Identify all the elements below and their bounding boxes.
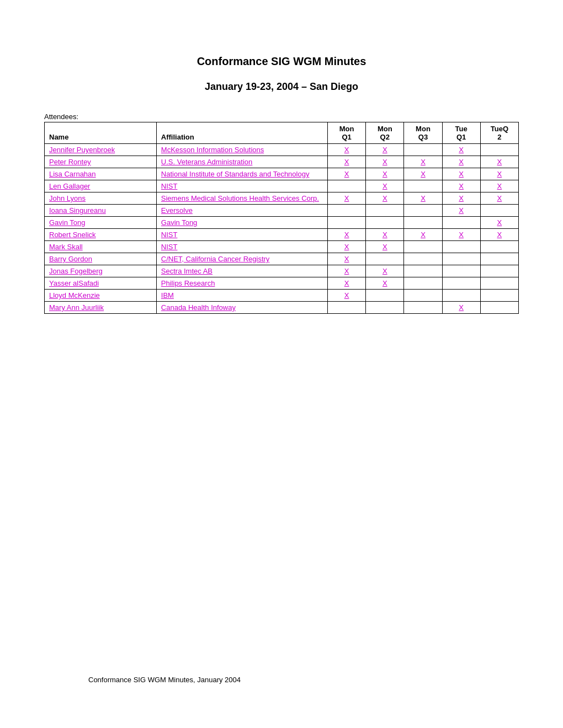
cell-monq1 (328, 217, 366, 229)
page-subtitle: January 19-23, 2004 – San Diego (44, 81, 519, 93)
cell-name: Robert Snelick (45, 229, 157, 241)
cell-tueq1: X (442, 180, 480, 192)
affiliation-link[interactable]: Philips Research (161, 279, 215, 287)
affiliation-link[interactable]: U.S. Veterans Administration (161, 158, 252, 166)
cell-monq1: X (328, 229, 366, 241)
cell-tueq2 (480, 290, 518, 302)
name-link[interactable]: John Lyons (49, 194, 86, 202)
cell-affiliation: NIST (156, 180, 327, 192)
affiliation-link[interactable]: Eversolve (161, 206, 193, 215)
cell-monq3 (404, 180, 442, 192)
name-link[interactable]: Mark Skall (49, 243, 83, 251)
affiliation-link[interactable]: Canada Health Infoway (161, 303, 236, 312)
cell-tueq1 (442, 277, 480, 290)
cell-name: Gavin Tong (45, 217, 157, 229)
cell-monq2: X (366, 277, 404, 290)
cell-monq1 (328, 180, 366, 192)
name-link[interactable]: Len Gallager (49, 182, 90, 190)
affiliation-link[interactable]: NIST (161, 243, 178, 251)
cell-monq2: X (366, 265, 404, 277)
col-header-monq2: MonQ2 (366, 122, 404, 144)
cell-monq2 (366, 253, 404, 265)
name-link[interactable]: Lisa Carnahan (49, 170, 96, 178)
cell-monq2 (366, 205, 404, 217)
cell-affiliation: IBM (156, 290, 327, 302)
cell-affiliation: Siemens Medical Solutions Health Service… (156, 192, 327, 205)
cell-tueq2: X (480, 180, 518, 192)
cell-tueq2: X (480, 156, 518, 168)
affiliation-link[interactable]: IBM (161, 291, 174, 299)
name-link[interactable]: Ioana Singureanu (49, 206, 106, 215)
cell-name: Len Gallager (45, 180, 157, 192)
name-link[interactable]: Mary Ann Juurliik (49, 303, 104, 312)
cell-tueq2: X (480, 192, 518, 205)
cell-monq3 (404, 205, 442, 217)
table-row: Peter RonteyU.S. Veterans Administration… (45, 156, 519, 168)
cell-monq3: X (404, 229, 442, 241)
name-link[interactable]: Lloyd McKenzie (49, 291, 100, 299)
affiliation-link[interactable]: McKesson Information Solutions (161, 146, 264, 154)
cell-monq3: X (404, 192, 442, 205)
name-link[interactable]: Robert Snelick (49, 231, 96, 239)
table-row: Jonas FogelbergSectra Imtec ABXX (45, 265, 519, 277)
cell-tueq2: X (480, 217, 518, 229)
cell-tueq2: X (480, 229, 518, 241)
name-link[interactable]: Peter Rontey (49, 158, 91, 166)
cell-name: Jonas Fogelberg (45, 265, 157, 277)
name-link[interactable]: Jennifer Puyenbroek (49, 146, 115, 154)
cell-name: John Lyons (45, 192, 157, 205)
cell-tueq1: X (442, 192, 480, 205)
cell-name: Mary Ann Juurliik (45, 302, 157, 314)
footer-text: Conformance SIG WGM Minutes, January 200… (88, 676, 241, 684)
affiliation-link[interactable]: National Institute of Standards and Tech… (161, 170, 310, 178)
table-row: Barry GordonC/NET, California Cancer Reg… (45, 253, 519, 265)
cell-affiliation: C/NET, California Cancer Registry (156, 253, 327, 265)
cell-tueq2 (480, 241, 518, 253)
cell-monq1 (328, 302, 366, 314)
cell-name: Yasser alSafadi (45, 277, 157, 290)
affiliation-link[interactable]: Gavin Tong (161, 218, 198, 227)
cell-affiliation: Gavin Tong (156, 217, 327, 229)
cell-tueq2: X (480, 168, 518, 180)
table-row: Mark SkallNISTXX (45, 241, 519, 253)
cell-monq3: X (404, 156, 442, 168)
col-header-name: Name (45, 122, 157, 144)
cell-name: Peter Rontey (45, 156, 157, 168)
table-row: Mary Ann JuurliikCanada Health InfowayX (45, 302, 519, 314)
name-link[interactable]: Yasser alSafadi (49, 279, 99, 287)
cell-name: Lloyd McKenzie (45, 290, 157, 302)
table-row: Robert SnelickNISTXXXXX (45, 229, 519, 241)
cell-affiliation: Philips Research (156, 277, 327, 290)
cell-tueq1 (442, 290, 480, 302)
name-link[interactable]: Barry Gordon (49, 255, 92, 263)
cell-monq2 (366, 302, 404, 314)
name-link[interactable]: Gavin Tong (49, 218, 86, 227)
cell-tueq2 (480, 265, 518, 277)
cell-monq3 (404, 277, 442, 290)
affiliation-link[interactable]: C/NET, California Cancer Registry (161, 255, 270, 263)
page-title: Conformance SIG WGM Minutes (44, 55, 519, 68)
cell-name: Ioana Singureanu (45, 205, 157, 217)
cell-tueq2 (480, 253, 518, 265)
affiliation-link[interactable]: Sectra Imtec AB (161, 267, 213, 275)
col-header-monq1: MonQ1 (328, 122, 366, 144)
affiliation-link[interactable]: NIST (161, 231, 178, 239)
cell-affiliation: Eversolve (156, 205, 327, 217)
cell-monq1: X (328, 290, 366, 302)
cell-monq3 (404, 217, 442, 229)
table-row: John LyonsSiemens Medical Solutions Heal… (45, 192, 519, 205)
table-row: Lloyd McKenzieIBMX (45, 290, 519, 302)
cell-tueq2 (480, 205, 518, 217)
col-header-monq3: MonQ3 (404, 122, 442, 144)
name-link[interactable]: Jonas Fogelberg (49, 267, 103, 275)
affiliation-link[interactable]: Siemens Medical Solutions Health Service… (161, 194, 319, 202)
affiliation-link[interactable]: NIST (161, 182, 178, 190)
cell-monq2: X (366, 229, 404, 241)
cell-monq1 (328, 205, 366, 217)
cell-name: Lisa Carnahan (45, 168, 157, 180)
cell-monq1: X (328, 241, 366, 253)
cell-monq1: X (328, 192, 366, 205)
cell-monq2: X (366, 144, 404, 156)
table-row: Ioana SingureanuEversolveX (45, 205, 519, 217)
cell-affiliation: NIST (156, 241, 327, 253)
